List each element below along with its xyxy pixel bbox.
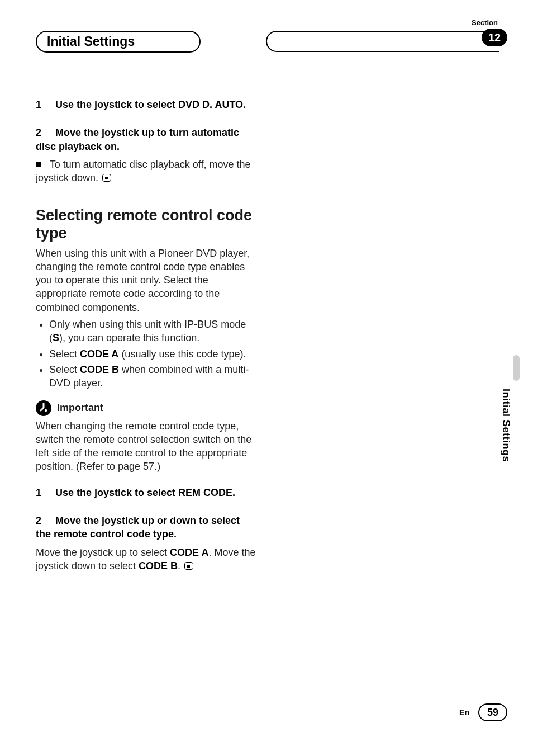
step-text: Use the joystick to select REM CODE.: [55, 487, 235, 498]
list-item: Select CODE A (usually use this code typ…: [49, 347, 258, 361]
step-b2: 2 Move the joystick up or down to select…: [36, 514, 258, 573]
text: Select: [49, 348, 80, 360]
section-number-badge: 12: [482, 29, 507, 46]
page-number: 59: [487, 707, 498, 719]
important-label: Important: [57, 401, 103, 414]
bold: CODE B: [139, 560, 178, 571]
bullet-list: Only when using this unit with IP-BUS mo…: [36, 318, 258, 390]
text: .: [178, 560, 180, 571]
bold: S: [53, 332, 59, 343]
step-note: To turn automatic disc playback off, mov…: [36, 158, 258, 185]
page-header: Section Initial Settings 12: [0, 18, 533, 52]
language-code: En: [459, 708, 469, 717]
bold: CODE A: [170, 547, 208, 558]
step-a2: 2 Move the joystick up to turn automatic…: [36, 126, 258, 185]
step-number: 1: [36, 486, 53, 499]
thumb-index-bar: [513, 355, 520, 381]
header-left-pill: Initial Settings: [36, 31, 201, 53]
important-text: When changing the remote control code ty…: [36, 419, 258, 474]
text: Move the joystick up to select: [36, 547, 170, 558]
section-intro: When using this unit with a Pioneer DVD …: [36, 247, 258, 314]
header-title: Initial Settings: [47, 34, 135, 49]
section-number: 12: [488, 31, 501, 44]
important-icon: [36, 400, 51, 416]
page: Section Initial Settings 12 1 Use the jo…: [0, 0, 533, 756]
step-number: 2: [36, 126, 53, 139]
end-of-topic-icon: [184, 562, 193, 570]
side-tab-label: Initial Settings: [497, 389, 512, 462]
note-text: To turn automatic disc playback off, mov…: [36, 159, 251, 183]
page-footer: En 59: [459, 703, 507, 721]
side-tab: Initial Settings: [497, 355, 512, 485]
text: ), you can operate this function.: [59, 332, 199, 343]
svg-point-0: [45, 409, 47, 411]
header-right-pill: [266, 31, 499, 52]
text: (usually use this code type).: [118, 348, 246, 360]
bold: CODE A: [80, 348, 118, 360]
step-text: Use the joystick to select DVD D. AUTO.: [55, 99, 246, 110]
page-number-pill: 59: [478, 703, 507, 721]
important-callout: Important: [36, 400, 258, 416]
list-item: Only when using this unit with IP-BUS mo…: [49, 318, 258, 345]
step-detail: Move the joystick up to select CODE A. M…: [36, 546, 258, 573]
section-label: Section: [472, 18, 498, 27]
section-heading: Selecting remote control code type: [36, 207, 258, 242]
list-item: Select CODE B when combined with a multi…: [49, 363, 258, 390]
bold: CODE B: [80, 364, 119, 375]
body-column: 1 Use the joystick to select DVD D. AUTO…: [36, 98, 258, 587]
step-b1: 1 Use the joystick to select REM CODE.: [36, 486, 258, 499]
step-text: Move the joystick up to turn automatic d…: [36, 127, 239, 152]
text: Select: [49, 364, 80, 375]
step-a1: 1 Use the joystick to select DVD D. AUTO…: [36, 98, 258, 111]
square-bullet-icon: [36, 162, 41, 167]
end-of-topic-icon: [102, 174, 111, 182]
step-number: 2: [36, 514, 53, 527]
step-number: 1: [36, 98, 53, 111]
step-text: Move the joystick up or down to select t…: [36, 515, 240, 540]
